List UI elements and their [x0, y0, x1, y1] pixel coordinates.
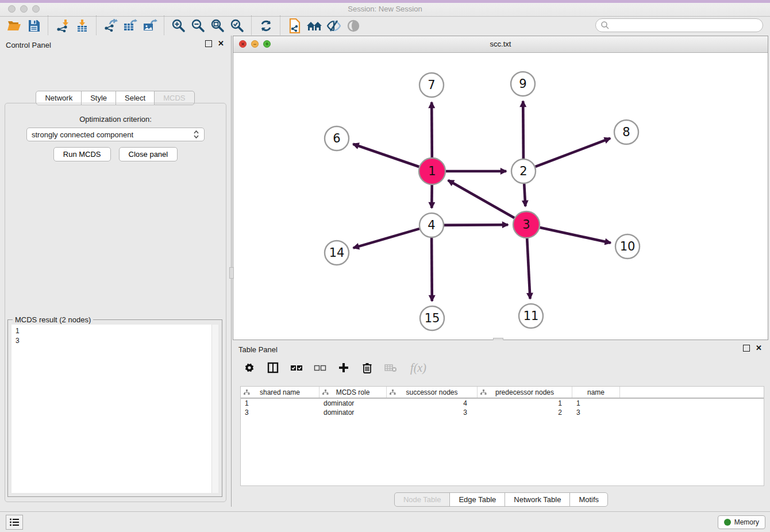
mcds-tab-content: Optimization criterion: strongly connect… — [5, 103, 226, 502]
column-header-successor-nodes[interactable]: successor nodes — [387, 387, 478, 398]
column-type-icon — [244, 390, 250, 395]
tab-network-table[interactable]: Network Table — [505, 492, 570, 507]
zoom-out-icon[interactable] — [188, 17, 208, 34]
homes-icon[interactable] — [305, 17, 324, 34]
mcds-result-group: MCDS result (2 nodes) 1 3 — [7, 319, 222, 497]
svg-text:9: 9 — [519, 77, 526, 91]
graph-node[interactable]: 15 — [420, 306, 444, 330]
list-icon — [9, 518, 20, 527]
graph-edge[interactable] — [444, 225, 508, 225]
window-title: Session: New Session — [0, 5, 770, 13]
svg-text:15: 15 — [425, 311, 440, 325]
svg-text:1: 1 — [428, 164, 436, 178]
refresh-icon[interactable] — [256, 17, 276, 34]
graph-edge[interactable] — [432, 238, 432, 301]
import-table-icon[interactable] — [72, 17, 92, 34]
graph-edge[interactable] — [523, 101, 523, 159]
column-header-MCDS-role[interactable]: MCDS role — [319, 387, 387, 398]
table-row[interactable]: 3dominator323 — [241, 408, 764, 417]
graph-edge[interactable] — [448, 180, 514, 218]
graph-node[interactable]: 2 — [511, 159, 536, 183]
zoom-fit-icon[interactable] — [208, 17, 228, 34]
network-canvas[interactable]: 7968124314101511 — [233, 52, 768, 340]
network-document-icon[interactable] — [285, 17, 305, 34]
search-input[interactable] — [610, 19, 763, 32]
float-table-panel-icon[interactable] — [743, 345, 750, 352]
tab-edge-table[interactable]: Edge Table — [449, 492, 505, 507]
zoom-in-icon[interactable] — [169, 17, 188, 34]
graph-edge[interactable] — [524, 184, 525, 206]
export-image-icon[interactable] — [140, 17, 160, 34]
graph-node[interactable]: 6 — [325, 126, 349, 151]
memory-label: Memory — [734, 518, 759, 526]
graph-edge[interactable] — [353, 144, 419, 167]
zoom-selected-icon[interactable] — [228, 17, 247, 34]
vertical-splitter-handle[interactable] — [229, 267, 234, 279]
import-network-icon[interactable] — [53, 17, 72, 34]
graph-node[interactable]: 1 — [419, 158, 445, 184]
memory-button[interactable]: Memory — [718, 515, 765, 529]
network-frame-title: scc.txt — [233, 40, 768, 48]
table-cell: 3 — [572, 408, 620, 417]
select-stepper-icon — [193, 130, 199, 139]
graph-edge[interactable] — [540, 228, 611, 243]
graph-node[interactable]: 14 — [325, 241, 349, 265]
export-network-icon[interactable] — [101, 17, 121, 34]
float-panel-icon[interactable] — [205, 40, 212, 47]
export-table-icon[interactable] — [121, 17, 140, 34]
graph-edge[interactable] — [527, 238, 530, 299]
toolbar-separator — [251, 16, 252, 36]
control-panel-title: Control Panel — [6, 41, 51, 49]
column-header-predecessor-nodes[interactable]: predecessor nodes — [478, 387, 572, 398]
gear-icon[interactable] — [242, 360, 257, 375]
deselect-all-icon[interactable] — [313, 360, 328, 375]
graph-node[interactable]: 11 — [519, 304, 543, 328]
table-cell: 1 — [241, 399, 319, 407]
run-mcds-button[interactable]: Run MCDS — [53, 147, 111, 161]
graph-node[interactable]: 10 — [615, 234, 640, 259]
column-type-icon — [390, 390, 396, 395]
table-tabs: Node TableEdge TableNetwork TableMotifs — [233, 492, 770, 507]
result-scrollbar[interactable] — [211, 325, 218, 493]
graph-edge[interactable] — [432, 102, 432, 157]
table-cell: 4 — [387, 399, 478, 407]
graph-node[interactable]: 8 — [614, 120, 638, 144]
table-body: 1dominator4113dominator323 — [241, 399, 764, 417]
task-history-button[interactable] — [6, 515, 23, 530]
close-panel-button[interactable]: Close panel — [119, 147, 178, 161]
column-header-name[interactable]: name — [572, 387, 620, 398]
svg-text:14: 14 — [329, 246, 345, 260]
criterion-select[interactable]: strongly connected component — [26, 128, 205, 141]
add-icon[interactable] — [336, 360, 351, 375]
table-cell: 1 — [478, 399, 572, 407]
optimization-criterion-label: Optimization criterion: — [5, 115, 226, 124]
tab-motifs[interactable]: Motifs — [569, 492, 608, 507]
svg-text:2: 2 — [519, 164, 527, 178]
trash-icon[interactable] — [360, 360, 375, 375]
close-panel-icon[interactable]: ✕ — [218, 41, 224, 47]
svg-text:3: 3 — [522, 218, 530, 232]
graph-node[interactable]: 7 — [419, 73, 444, 97]
graph-node[interactable]: 4 — [419, 213, 444, 237]
graph-edge[interactable] — [536, 138, 610, 167]
network-frame-titlebar[interactable]: ✕ − ＋ scc.txt — [233, 36, 768, 53]
svg-text:7: 7 — [428, 78, 435, 92]
column-header-shared-name[interactable]: shared name — [241, 387, 319, 398]
close-table-panel-icon[interactable]: ✕ — [756, 345, 762, 351]
save-icon[interactable] — [24, 17, 44, 34]
graph-edge[interactable] — [353, 229, 419, 248]
column-type-icon — [480, 390, 487, 395]
search-box[interactable] — [595, 18, 763, 32]
column-layout-icon[interactable] — [265, 360, 280, 375]
svg-text:4: 4 — [428, 218, 435, 232]
graph-node[interactable]: 9 — [511, 72, 535, 96]
folder-open-icon[interactable] — [5, 17, 24, 34]
control-panel: Control Panel ✕ NetworkStyleSelectMCDS O… — [0, 36, 232, 507]
mcds-result-textarea[interactable]: 1 3 — [11, 325, 218, 493]
graph-node[interactable]: 3 — [513, 211, 540, 238]
style-eye-icon[interactable] — [324, 17, 344, 34]
select-all-icon[interactable] — [289, 360, 304, 375]
tab-node-table[interactable]: Node Table — [394, 492, 451, 507]
table-row[interactable]: 1dominator411 — [241, 399, 764, 408]
eye-icon[interactable] — [344, 17, 363, 34]
